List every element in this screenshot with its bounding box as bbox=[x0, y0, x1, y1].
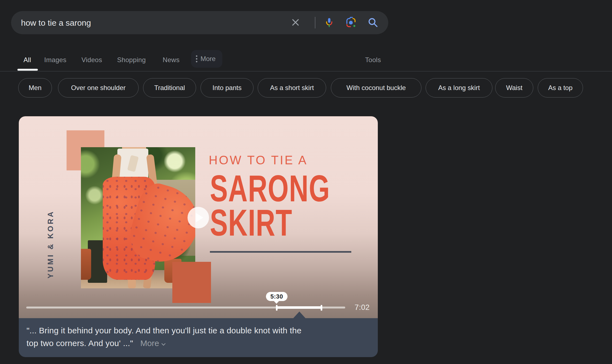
tab-news[interactable]: News bbox=[163, 51, 180, 68]
filter-chip-as-a-short-skirt[interactable]: As a short skirt bbox=[258, 78, 326, 97]
caption-more-label: More bbox=[140, 339, 159, 348]
photo-terracotta-pot-left bbox=[81, 249, 91, 280]
tab-videos[interactable]: Videos bbox=[81, 51, 102, 68]
search-input[interactable] bbox=[20, 11, 287, 35]
thumbnail-title-line3: SKIRT bbox=[210, 204, 292, 241]
voice-search-button[interactable] bbox=[323, 16, 336, 29]
filter-chip-as-a-long-skirt[interactable]: As a long skirt bbox=[426, 78, 492, 97]
play-button[interactable] bbox=[188, 207, 209, 228]
three-dot-vertical-icon bbox=[196, 54, 198, 63]
thumbnail-title-line2: SARONG bbox=[210, 170, 330, 207]
filter-chip-waist[interactable]: Waist bbox=[495, 78, 533, 97]
play-triangle-icon bbox=[196, 213, 203, 222]
video-transcript-snippet: "... Bring it behind your body. And then… bbox=[27, 324, 372, 350]
video-result-card: YUMI & KORA HOW TO TIE A SARONG SKIRT 5:… bbox=[19, 116, 378, 357]
caption-more-button[interactable]: More bbox=[140, 339, 166, 348]
google-voice-search-icon bbox=[323, 16, 335, 29]
filter-chip-traditional[interactable]: Traditional bbox=[143, 78, 196, 97]
filter-chip-into-pants[interactable]: Into pants bbox=[201, 78, 254, 97]
tab-shopping[interactable]: Shopping bbox=[117, 51, 146, 68]
tab-all[interactable]: All bbox=[23, 51, 31, 68]
search-submit-button[interactable] bbox=[366, 16, 379, 29]
search-bar bbox=[11, 11, 388, 34]
search-bar-divider bbox=[315, 17, 315, 28]
thumbnail-title-underline bbox=[210, 251, 351, 253]
tabs-divider bbox=[0, 71, 612, 72]
brand-vertical-text-wrap: YUMI & KORA bbox=[27, 207, 75, 281]
key-moment-end-tick[interactable] bbox=[321, 305, 322, 311]
thumbnail-title-line1: HOW TO TIE A bbox=[209, 153, 308, 167]
filter-chip-men[interactable]: Men bbox=[18, 78, 52, 97]
google-search-results-page: { "search_bar": { "query": "how to tie a… bbox=[0, 0, 612, 364]
tools-button[interactable]: Tools bbox=[365, 51, 381, 68]
seek-tooltip-pointer bbox=[273, 300, 279, 304]
google-lens-button[interactable] bbox=[344, 16, 357, 29]
transcript-line1: "... Bring it behind your body. And then… bbox=[27, 326, 302, 335]
google-lens-icon bbox=[345, 16, 357, 29]
transcript-line2: top two corners. And you' ..." bbox=[27, 339, 133, 348]
filter-chip-over-one-shoulder[interactable]: Over one shoulder bbox=[58, 78, 139, 97]
tab-more[interactable]: More bbox=[191, 50, 222, 68]
clear-x-icon bbox=[290, 17, 301, 29]
video-thumbnail[interactable]: YUMI & KORA HOW TO TIE A SARONG SKIRT 5:… bbox=[19, 116, 378, 318]
magnifier-icon bbox=[367, 16, 379, 29]
active-tab-underline bbox=[17, 69, 38, 71]
video-duration: 7:02 bbox=[355, 303, 370, 312]
filter-chip-as-a-top[interactable]: As a top bbox=[538, 78, 583, 97]
key-moment-segment[interactable] bbox=[277, 306, 321, 309]
key-moment-start-tick[interactable] bbox=[276, 305, 278, 311]
seek-time-tooltip: 5:30 bbox=[266, 292, 287, 301]
tab-images[interactable]: Images bbox=[44, 51, 67, 68]
filter-chip-with-coconut-buckle[interactable]: With coconut buckle bbox=[331, 78, 421, 97]
chevron-down-icon bbox=[161, 339, 166, 348]
caption-pointer-notch bbox=[293, 312, 305, 318]
thumbnail-orange-square bbox=[172, 262, 211, 303]
clear-search-button[interactable] bbox=[289, 16, 302, 29]
brand-vertical-text: YUMI & KORA bbox=[47, 210, 55, 278]
tab-more-label: More bbox=[201, 55, 216, 63]
video-caption-bar: "... Bring it behind your body. And then… bbox=[19, 318, 378, 357]
